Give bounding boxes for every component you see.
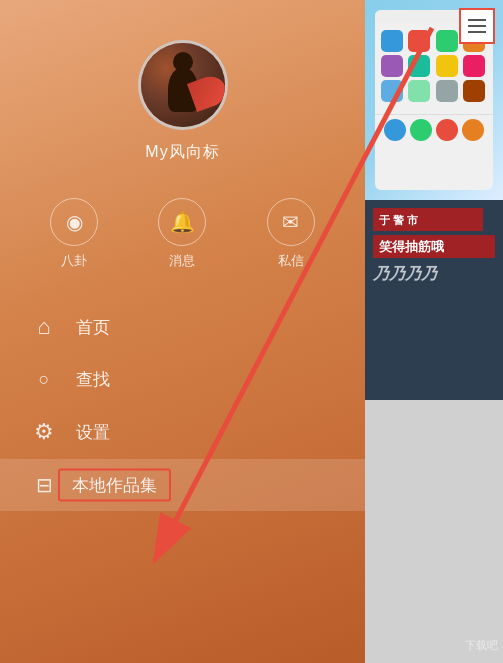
messages-item[interactable]: 🔔 消息 xyxy=(158,198,206,270)
avatar-image xyxy=(141,43,225,127)
messages-label: 消息 xyxy=(169,252,195,270)
settings-icon: ⚙ xyxy=(30,419,58,445)
icon-row: ◉ 八卦 🔔 消息 ✉ 私信 xyxy=(0,183,365,290)
app-icon xyxy=(463,80,485,102)
nav-home[interactable]: ⌂ 首页 xyxy=(0,300,365,354)
avatar[interactable] xyxy=(138,40,228,130)
text-line-3: 乃乃乃乃 xyxy=(373,265,437,282)
bell-icon: 🔔 xyxy=(170,210,195,234)
hamburger-icon xyxy=(468,19,486,33)
dock-icon xyxy=(462,119,484,141)
app-icon xyxy=(436,80,458,102)
app-icon xyxy=(381,80,403,102)
app-icon xyxy=(436,55,458,77)
home-label: 首页 xyxy=(76,316,110,339)
nav-section: ⌂ 首页 ○ 查找 ⚙ 设置 ⊟ 本地作品集 xyxy=(0,290,365,511)
cape-decoration xyxy=(187,72,228,112)
profile-name: My风向标 xyxy=(145,142,219,163)
dock-icon xyxy=(436,119,458,141)
messages-icon-circle: 🔔 xyxy=(158,198,206,246)
right-remaining: 下载吧 xyxy=(365,400,503,663)
app-icon xyxy=(408,80,430,102)
text-line-1: 于 警 市 xyxy=(379,214,418,226)
gossip-label: 八卦 xyxy=(61,252,87,270)
sidebar: My风向标 ◉ 八卦 🔔 消息 ✉ 私信 xyxy=(0,0,365,663)
bottom-content: 于 警 市 笑得抽筋哦 乃乃乃乃 xyxy=(365,200,503,400)
menu-button[interactable] xyxy=(459,8,495,44)
nav-search[interactable]: ○ 查找 xyxy=(0,354,365,405)
highlight-box: 本地作品集 xyxy=(58,469,171,502)
eye-icon: ◉ xyxy=(66,210,83,234)
nav-settings[interactable]: ⚙ 设置 xyxy=(0,405,365,459)
nav-local-works[interactable]: ⊟ 本地作品集 xyxy=(0,459,365,511)
app-icon xyxy=(436,30,458,52)
dock-icon xyxy=(384,119,406,141)
folder-icon: ⊟ xyxy=(30,473,58,497)
app-icon xyxy=(463,55,485,77)
private-label: 私信 xyxy=(278,252,304,270)
app-icon xyxy=(408,55,430,77)
app-icon xyxy=(381,30,403,52)
local-works-label: 本地作品集 xyxy=(72,476,157,495)
home-icon: ⌂ xyxy=(30,314,58,340)
watermark: 下载吧 xyxy=(465,638,498,653)
right-panel: 于 警 市 笑得抽筋哦 乃乃乃乃 下载吧 xyxy=(365,0,503,663)
dock-icon xyxy=(410,119,432,141)
search-icon: ○ xyxy=(30,369,58,390)
main-container: My风向标 ◉ 八卦 🔔 消息 ✉ 私信 xyxy=(0,0,503,663)
gossip-icon-circle: ◉ xyxy=(50,198,98,246)
search-label: 查找 xyxy=(76,368,110,391)
mail-icon: ✉ xyxy=(282,210,299,234)
settings-label: 设置 xyxy=(76,421,110,444)
text-line-2: 笑得抽筋哦 xyxy=(379,239,444,254)
private-icon-circle: ✉ xyxy=(267,198,315,246)
app-icon xyxy=(408,30,430,52)
profile-section: My风向标 xyxy=(0,0,365,183)
text-overlay: 于 警 市 笑得抽筋哦 乃乃乃乃 xyxy=(365,200,503,400)
gossip-item[interactable]: ◉ 八卦 xyxy=(50,198,98,270)
app-icon xyxy=(381,55,403,77)
private-item[interactable]: ✉ 私信 xyxy=(267,198,315,270)
